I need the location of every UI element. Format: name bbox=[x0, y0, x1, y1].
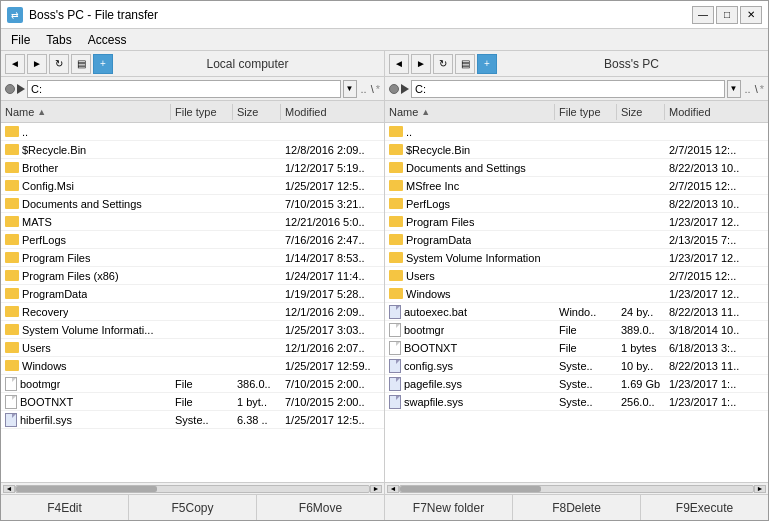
right-panel-button[interactable]: ▤ bbox=[455, 54, 475, 74]
left-addr-back[interactable]: \ bbox=[371, 83, 374, 95]
left-addr-sep: .. bbox=[361, 83, 367, 95]
app-icon: ⇄ bbox=[7, 7, 23, 23]
left-col-modified[interactable]: Modified bbox=[281, 104, 384, 120]
folder-icon bbox=[389, 234, 403, 245]
right-addr-dropdown[interactable]: ▼ bbox=[727, 80, 741, 98]
list-item[interactable]: BOOTNXT File 1 byt.. 7/10/2015 2:00.. bbox=[1, 393, 384, 411]
list-item[interactable]: Documents and Settings 8/22/2013 10.. bbox=[385, 159, 768, 177]
left-scroll-track[interactable] bbox=[15, 485, 370, 493]
left-back-button[interactable]: ◄ bbox=[5, 54, 25, 74]
cell-name: config.sys bbox=[385, 359, 555, 373]
cell-name: MSfree Inc bbox=[385, 180, 555, 192]
left-col-size[interactable]: Size bbox=[233, 104, 281, 120]
left-scroll-left[interactable]: ◄ bbox=[3, 485, 15, 493]
cell-name: System Volume Informati... bbox=[1, 324, 171, 336]
cell-name: Program Files bbox=[1, 252, 171, 264]
left-scroll-right[interactable]: ► bbox=[370, 485, 382, 493]
list-item[interactable]: Users 12/1/2016 2:07.. bbox=[1, 339, 384, 357]
list-item[interactable]: $Recycle.Bin 12/8/2016 2:09.. bbox=[1, 141, 384, 159]
cell-modified: 1/25/2017 3:03.. bbox=[281, 324, 384, 336]
list-item[interactable]: Recovery 12/1/2016 2:09.. bbox=[1, 303, 384, 321]
left-addr-play[interactable] bbox=[17, 84, 25, 94]
right-col-size[interactable]: Size bbox=[617, 104, 665, 120]
list-item[interactable]: System Volume Information 1/23/2017 12.. bbox=[385, 249, 768, 267]
cell-modified: 1/14/2017 8:53.. bbox=[281, 252, 384, 264]
menu-tabs[interactable]: Tabs bbox=[40, 31, 77, 49]
right-back-button[interactable]: ◄ bbox=[389, 54, 409, 74]
cell-modified: 7/10/2015 2:00.. bbox=[281, 378, 384, 390]
folder-icon bbox=[5, 144, 19, 155]
list-item[interactable]: MATS 12/21/2016 5:0.. bbox=[1, 213, 384, 231]
right-scrollbar-x[interactable]: ◄ ► bbox=[385, 482, 768, 494]
list-item[interactable]: PerfLogs 7/16/2016 2:47.. bbox=[1, 231, 384, 249]
list-item[interactable]: $Recycle.Bin 2/7/2015 12:.. bbox=[385, 141, 768, 159]
right-addr-star: * bbox=[760, 83, 764, 95]
right-scroll-right[interactable]: ► bbox=[754, 485, 766, 493]
list-item[interactable]: .. bbox=[1, 123, 384, 141]
right-refresh-button[interactable]: ↻ bbox=[433, 54, 453, 74]
right-add-button[interactable]: + bbox=[477, 54, 497, 74]
list-item[interactable]: config.sys Syste.. 10 by.. 8/22/2013 11.… bbox=[385, 357, 768, 375]
list-item[interactable]: BOOTNXT File 1 bytes 6/18/2013 3:.. bbox=[385, 339, 768, 357]
list-item[interactable]: bootmgr File 389.0.. 3/18/2014 10.. bbox=[385, 321, 768, 339]
left-scrollbar-x[interactable]: ◄ ► bbox=[1, 482, 384, 494]
cell-name: Program Files (x86) bbox=[1, 270, 171, 282]
list-item[interactable]: pagefile.sys Syste.. 1.69 Gb 1/23/2017 1… bbox=[385, 375, 768, 393]
footer-btn-execute[interactable]: F9 Execute bbox=[641, 495, 768, 520]
cell-name: pagefile.sys bbox=[385, 377, 555, 391]
folder-icon bbox=[5, 360, 19, 371]
right-col-modified[interactable]: Modified bbox=[665, 104, 768, 120]
right-addr-play[interactable] bbox=[401, 84, 409, 94]
right-address-input[interactable] bbox=[411, 80, 725, 98]
right-addr-back[interactable]: \ bbox=[755, 83, 758, 95]
list-item[interactable]: MSfree Inc 2/7/2015 12:.. bbox=[385, 177, 768, 195]
list-item[interactable]: PerfLogs 8/22/2013 10.. bbox=[385, 195, 768, 213]
list-item[interactable]: Program Files 1/14/2017 8:53.. bbox=[1, 249, 384, 267]
left-col-filetype[interactable]: File type bbox=[171, 104, 233, 120]
right-forward-button[interactable]: ► bbox=[411, 54, 431, 74]
title-bar: ⇄ Boss's PC - File transfer — □ ✕ bbox=[1, 1, 768, 29]
list-item[interactable]: Brother 1/12/2017 5:19.. bbox=[1, 159, 384, 177]
footer-btn-copy[interactable]: F5 Copy bbox=[129, 495, 257, 520]
list-item[interactable]: bootmgr File 386.0.. 7/10/2015 2:00.. bbox=[1, 375, 384, 393]
close-button[interactable]: ✕ bbox=[740, 6, 762, 24]
maximize-button[interactable]: □ bbox=[716, 6, 738, 24]
list-item[interactable]: .. bbox=[385, 123, 768, 141]
cell-name: bootmgr bbox=[385, 323, 555, 337]
list-item[interactable]: Config.Msi 1/25/2017 12:5.. bbox=[1, 177, 384, 195]
left-add-button[interactable]: + bbox=[93, 54, 113, 74]
list-item[interactable]: Program Files (x86) 1/24/2017 11:4.. bbox=[1, 267, 384, 285]
list-item[interactable]: swapfile.sys Syste.. 256.0.. 1/23/2017 1… bbox=[385, 393, 768, 411]
list-item[interactable]: ProgramData 2/13/2015 7:.. bbox=[385, 231, 768, 249]
right-col-filetype[interactable]: File type bbox=[555, 104, 617, 120]
cell-name: BOOTNXT bbox=[1, 395, 171, 409]
footer-btn-move[interactable]: F6 Move bbox=[257, 495, 385, 520]
left-col-name[interactable]: Name ▲ bbox=[1, 104, 171, 120]
footer-btn-edit[interactable]: F4 Edit bbox=[1, 495, 129, 520]
right-col-name[interactable]: Name ▲ bbox=[385, 104, 555, 120]
list-item[interactable]: Documents and Settings 7/10/2015 3:21.. bbox=[1, 195, 384, 213]
left-forward-button[interactable]: ► bbox=[27, 54, 47, 74]
cell-name: Users bbox=[385, 270, 555, 282]
list-item[interactable]: Program Files 1/23/2017 12.. bbox=[385, 213, 768, 231]
list-item[interactable]: Users 2/7/2015 12:.. bbox=[385, 267, 768, 285]
left-panel-button[interactable]: ▤ bbox=[71, 54, 91, 74]
list-item[interactable]: hiberfil.sys Syste.. 6.38 .. 1/25/2017 1… bbox=[1, 411, 384, 429]
left-addr-dropdown[interactable]: ▼ bbox=[343, 80, 357, 98]
footer-btn-delete[interactable]: F8 Delete bbox=[513, 495, 641, 520]
left-address-input[interactable] bbox=[27, 80, 341, 98]
list-item[interactable]: Windows 1/23/2017 12.. bbox=[385, 285, 768, 303]
list-item[interactable]: Windows 1/25/2017 12:59.. bbox=[1, 357, 384, 375]
right-scroll-left[interactable]: ◄ bbox=[387, 485, 399, 493]
list-item[interactable]: autoexec.bat Windo.. 24 by.. 8/22/2013 1… bbox=[385, 303, 768, 321]
list-item[interactable]: System Volume Informati... 1/25/2017 3:0… bbox=[1, 321, 384, 339]
cell-size: 386.0.. bbox=[233, 378, 281, 390]
minimize-button[interactable]: — bbox=[692, 6, 714, 24]
footer-btn-new-folder[interactable]: F7 New folder bbox=[385, 495, 513, 520]
right-column-headers: Name ▲ File type Size Modified bbox=[385, 101, 768, 123]
menu-access[interactable]: Access bbox=[82, 31, 133, 49]
left-refresh-button[interactable]: ↻ bbox=[49, 54, 69, 74]
menu-file[interactable]: File bbox=[5, 31, 36, 49]
list-item[interactable]: ProgramData 1/19/2017 5:28.. bbox=[1, 285, 384, 303]
right-scroll-track[interactable] bbox=[399, 485, 754, 493]
